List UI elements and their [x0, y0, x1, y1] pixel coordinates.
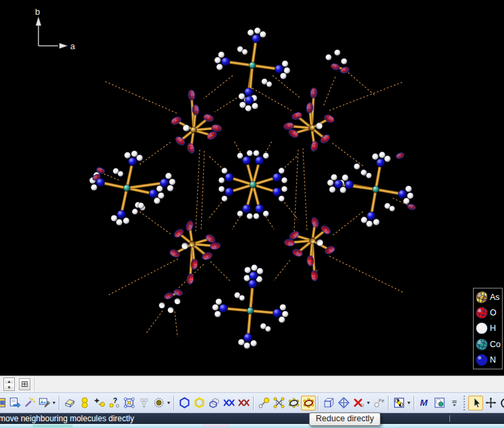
- eraser-button[interactable]: [62, 396, 77, 410]
- tooltip: Reduce directly: [309, 412, 381, 426]
- report-icon: [8, 396, 21, 409]
- clipped-edge-button[interactable]: [0, 396, 7, 410]
- eraser-icon: [63, 396, 76, 409]
- ask-atom-icon: [108, 396, 121, 409]
- structure-canvas[interactable]: b a: [0, 0, 504, 375]
- status-message: move neighbouring molecules directly: [0, 414, 134, 423]
- red-contacts-icon: [237, 396, 250, 409]
- toolbar-separator: [464, 396, 466, 410]
- axis-a-label: a: [70, 41, 76, 51]
- legend-label: H: [490, 324, 496, 333]
- legend-label: O: [490, 308, 497, 317]
- blue-ring-button[interactable]: [177, 396, 192, 410]
- pack-rings-icon: [208, 396, 221, 409]
- report-button[interactable]: [7, 396, 22, 410]
- toolbar-separator: [414, 396, 415, 410]
- move-molecules-icon: [393, 396, 405, 409]
- filled-spot-dropdown-icon[interactable]: ▼: [166, 400, 171, 405]
- red-contacts-button[interactable]: [236, 396, 251, 410]
- complete-fragments-icon: [287, 396, 300, 409]
- legend-label: N: [490, 355, 496, 365]
- cell-box-atoms-icon: [123, 396, 136, 409]
- render-sphere-button[interactable]: [432, 396, 447, 410]
- add-atom-plus-button[interactable]: [92, 396, 107, 410]
- toolbar-overflow-button[interactable]: [447, 396, 461, 410]
- legend-entry-n: N: [475, 353, 501, 368]
- complete-fragments-button[interactable]: [286, 396, 301, 410]
- gray-molecule-button: [136, 396, 151, 410]
- legend-ball-o: [475, 306, 488, 319]
- record-spinner[interactable]: ▲ ▼: [3, 377, 15, 391]
- status-divider: [449, 415, 450, 422]
- iron-atom-button[interactable]: [371, 396, 386, 410]
- blue-contacts-icon: [223, 396, 235, 409]
- unit-cell-icon: [323, 396, 335, 409]
- toolbar-separator: [59, 396, 60, 410]
- filled-spot-icon: [152, 396, 165, 409]
- iron-atom-icon: [372, 396, 385, 409]
- ask-atom-button[interactable]: [107, 396, 121, 410]
- bottom-window-strip: [0, 424, 504, 428]
- data-grid-icon[interactable]: ⊞: [19, 378, 30, 390]
- filled-spot-button[interactable]: [151, 396, 166, 410]
- legend-entry-o: O: [475, 305, 501, 320]
- picture-tools-button[interactable]: [36, 396, 51, 410]
- add-atom-plus-icon: [93, 396, 106, 409]
- add-atoms-button[interactable]: [77, 396, 92, 410]
- grow-bond-button[interactable]: [256, 396, 271, 410]
- reduce-directly-button[interactable]: [301, 396, 316, 410]
- legend-entry-h: H: [475, 321, 501, 336]
- delete-atoms-button[interactable]: [351, 396, 366, 410]
- toolbar-separator: [173, 396, 175, 410]
- blue-contacts-button[interactable]: [221, 396, 236, 410]
- move-mode-icon: [484, 396, 497, 409]
- table-toolbar: ▲ ▼ ⊞: [0, 375, 504, 392]
- application-window: b a AsOHCoN ▲ ▼ ⊞ ▼▼▼▼ move neighbouring…: [0, 0, 504, 428]
- wizard-wand-button[interactable]: [22, 396, 36, 410]
- delete-atoms-dropdown-icon[interactable]: ▼: [366, 400, 371, 405]
- picture-tools-dropdown-icon[interactable]: ▼: [51, 400, 57, 405]
- legend-label: As: [490, 293, 500, 302]
- add-atoms-icon: [78, 396, 91, 409]
- grow-network-button[interactable]: [271, 396, 286, 410]
- wizard-wand-icon: [23, 396, 36, 409]
- reduce-directly-icon: [302, 396, 315, 409]
- picture-tools-icon: [38, 396, 51, 409]
- rotate-mode-icon: [499, 396, 504, 409]
- yellow-ring-icon: [193, 396, 206, 409]
- unit-cell-button[interactable]: [321, 396, 336, 410]
- strip-accent-pink: [202, 425, 229, 427]
- cell-box-atoms-button[interactable]: [121, 396, 136, 410]
- main-viewport[interactable]: b a AsOHCoN: [0, 0, 504, 375]
- axis-b-arrowhead: [36, 17, 41, 26]
- move-molecules-button[interactable]: [391, 396, 406, 410]
- render-sphere-icon: [433, 396, 446, 409]
- move-mode-button[interactable]: [483, 396, 498, 410]
- rotate-mode-button[interactable]: [498, 396, 504, 410]
- measure-m-icon: [418, 396, 431, 409]
- clipped-edge-icon: [0, 396, 6, 409]
- move-molecules-dropdown-icon[interactable]: ▼: [406, 400, 412, 405]
- status-bar: move neighbouring molecules directly: [0, 413, 504, 424]
- grow-network-icon: [273, 396, 285, 409]
- strip-accent-teal: [32, 425, 73, 427]
- axis-indicator: b a: [35, 7, 76, 51]
- blue-ring-icon: [178, 396, 191, 409]
- pointer-mode-button[interactable]: [468, 396, 483, 410]
- legend: AsOHCoN: [473, 288, 503, 369]
- range-diamond-button[interactable]: [336, 396, 351, 410]
- measure-m-button[interactable]: [417, 396, 432, 410]
- axis-b-label: b: [35, 7, 40, 17]
- yellow-ring-button[interactable]: [192, 396, 206, 410]
- pointer-mode-icon: [470, 396, 482, 409]
- legend-entry-co: Co: [475, 336, 501, 352]
- delete-atoms-icon: [352, 396, 365, 409]
- legend-label: Co: [490, 340, 501, 349]
- spinner-down-icon[interactable]: ▼: [4, 384, 14, 390]
- pack-rings-button[interactable]: [206, 396, 221, 410]
- main-toolbar: ▼▼▼▼: [0, 392, 504, 413]
- spinner-up-icon[interactable]: ▲: [4, 378, 14, 384]
- range-diamond-icon: [337, 396, 350, 409]
- legend-ball-as: [475, 291, 488, 304]
- grow-bond-icon: [258, 396, 271, 409]
